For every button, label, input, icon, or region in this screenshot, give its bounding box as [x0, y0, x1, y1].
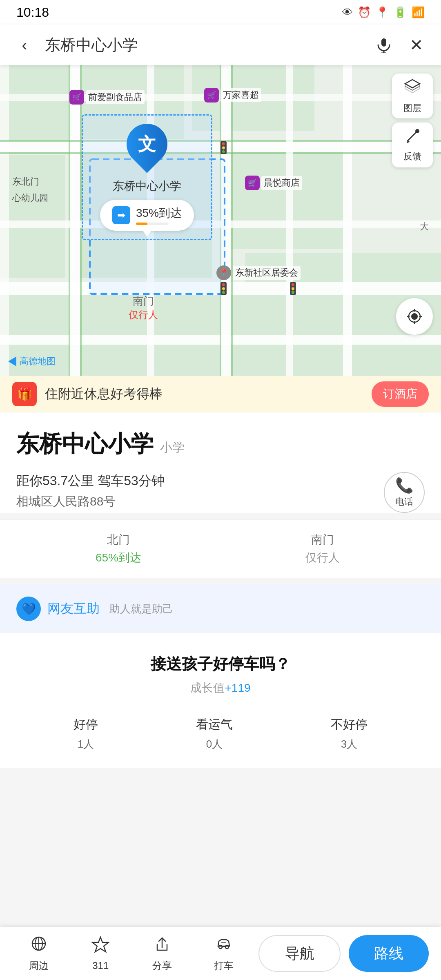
school-dashed-box: 文 东桥中心小学 ➡ 35%到达	[82, 114, 212, 240]
gaode-text: 高德地图	[20, 355, 56, 368]
feedback-icon	[404, 128, 421, 148]
layers-label: 图层	[403, 102, 421, 114]
phone-label: 电话	[395, 496, 413, 508]
poi-shop: 🛒 晨悦商店	[245, 176, 302, 190]
location-icon: 📍	[376, 6, 389, 19]
svg-rect-28	[286, 65, 293, 376]
collect-button[interactable]: 311	[70, 931, 131, 976]
microphone-button[interactable]	[372, 33, 396, 57]
traffic-light-3: 🚦	[286, 282, 300, 295]
signal-icon: 📶	[412, 6, 425, 19]
parking-poll: 接送孩子好停车吗？ 成长值+119 好停 1人 看运气 0人 不好停 3人	[0, 633, 441, 768]
arrival-bubble: ➡ 35%到达	[100, 200, 194, 231]
arrival-progress-fill	[136, 223, 147, 225]
map-kindergarten: 心幼儿园	[12, 192, 48, 204]
gaode-arrow-icon	[8, 356, 16, 366]
back-button[interactable]: ‹	[12, 33, 37, 57]
south-gate: 南门 仅行人	[220, 532, 425, 566]
poll-hard-count: 3人	[341, 737, 357, 751]
svg-marker-32	[405, 86, 420, 93]
svg-marker-30	[405, 80, 420, 88]
status-time: 10:18	[16, 5, 49, 20]
community-title: 网友互助	[47, 600, 100, 618]
bottom-nav: 周边 311 分享 打车	[0, 927, 441, 980]
clear-button[interactable]: ✕	[404, 33, 429, 57]
arrival-percentage: 35%到达	[136, 205, 182, 221]
gates-row: 北门 65%到达 南门 仅行人	[0, 519, 441, 578]
location-button[interactable]	[396, 298, 433, 335]
layers-icon	[403, 78, 421, 100]
taxi-icon	[215, 935, 233, 957]
share-button[interactable]: 分享	[131, 931, 193, 976]
ad-banner: 🎁 住附近休息好考得棒 订酒店	[0, 376, 441, 412]
community-subtitle: 助人就是助己	[109, 602, 173, 616]
svg-point-46	[219, 945, 222, 949]
nearby-label: 周边	[29, 959, 49, 972]
place-meta: 距你53.7公里 驾车53分钟 相城区人民路88号	[16, 472, 384, 510]
place-info-panel: 东桥中心小学 小学 距你53.7公里 驾车53分钟 相城区人民路88号 📞 电话	[0, 412, 441, 513]
navigate-button[interactable]: 导航	[258, 935, 340, 972]
poll-easy-label: 好停	[74, 716, 98, 733]
poll-option-easy[interactable]: 好停 1人	[74, 716, 98, 751]
north-gate: 北门 65%到达	[16, 532, 220, 566]
feedback-label: 反馈	[403, 150, 421, 163]
place-address: 相城区人民路88号	[16, 493, 384, 510]
search-query[interactable]: 东桥中心小学	[45, 35, 363, 56]
share-label: 分享	[152, 959, 172, 972]
map-label-big: 大	[420, 220, 429, 233]
eye-icon: 👁	[342, 6, 353, 19]
search-bar: ‹ 东桥中心小学 ✕	[0, 24, 441, 65]
poi-food-store: 🛒 前爱副食品店	[69, 90, 145, 105]
north-gate-status: 65%到达	[16, 550, 220, 566]
book-hotel-button[interactable]: 订酒店	[372, 381, 429, 407]
poll-luck-label: 看运气	[196, 716, 233, 733]
poi-supermarket: 🛒 万家喜超	[204, 88, 261, 102]
place-title-row: 东桥中心小学 小学	[16, 429, 425, 460]
poll-easy-count: 1人	[78, 737, 94, 751]
school-pin-area: 文 东桥中心小学 ➡ 35%到达	[82, 114, 212, 240]
map-background	[0, 65, 441, 376]
school-pin-char: 文	[138, 132, 156, 156]
battery-icon: 🔋	[394, 6, 407, 19]
ad-icon: 🎁	[12, 382, 37, 406]
arrival-progress-bar	[136, 223, 169, 225]
navigate-label: 导航	[285, 944, 314, 964]
poll-option-luck[interactable]: 看运气 0人	[196, 716, 233, 751]
school-name-on-map: 东桥中心小学	[113, 178, 181, 194]
place-type: 小学	[160, 439, 185, 456]
community-icon: 💙	[16, 597, 41, 621]
nearby-icon	[30, 935, 48, 957]
poll-option-hard[interactable]: 不好停 3人	[331, 716, 368, 751]
feedback-button[interactable]: 反馈	[392, 122, 433, 167]
svg-point-34	[415, 129, 419, 133]
back-icon: ‹	[22, 36, 27, 54]
south-gate-name: 南门	[220, 532, 425, 548]
layers-button[interactable]: 图层	[392, 74, 433, 118]
star-icon	[91, 935, 109, 958]
nearby-button[interactable]: 周边	[8, 931, 70, 976]
svg-rect-4	[0, 65, 74, 147]
traffic-light-1: 🚦	[216, 141, 231, 154]
svg-rect-7	[0, 155, 65, 278]
place-name: 东桥中心小学	[16, 429, 154, 460]
map-view[interactable]: 🛒 前爱副食品店 🛒 万家喜超 🛒 晨悦商店 东北门 心幼儿园 📍 东新社区居委…	[0, 65, 441, 376]
arrival-icon: ➡	[112, 206, 130, 224]
poll-hard-label: 不好停	[331, 716, 368, 733]
north-gate-name: 北门	[16, 532, 220, 548]
place-distance: 距你53.7公里 驾车53分钟	[16, 472, 384, 490]
share-icon	[153, 935, 171, 957]
svg-point-47	[225, 945, 229, 949]
south-gate-status: 仅行人	[220, 550, 425, 566]
place-info-details: 距你53.7公里 驾车53分钟 相城区人民路88号 📞 电话	[16, 472, 425, 513]
collect-count: 311	[92, 960, 109, 971]
phone-button[interactable]: 📞 电话	[384, 472, 425, 513]
map-northeast-gate: 东北门	[12, 176, 39, 188]
alarm-icon: ⏰	[358, 6, 371, 19]
taxi-label: 打车	[214, 959, 234, 972]
taxi-button[interactable]: 打车	[193, 931, 255, 976]
route-button[interactable]: 路线	[349, 935, 429, 972]
status-icons: 👁 ⏰ 📍 🔋 📶	[342, 6, 425, 19]
svg-marker-45	[92, 937, 109, 952]
route-label: 路线	[374, 944, 403, 964]
traffic-light-2: 🚦	[216, 282, 231, 295]
